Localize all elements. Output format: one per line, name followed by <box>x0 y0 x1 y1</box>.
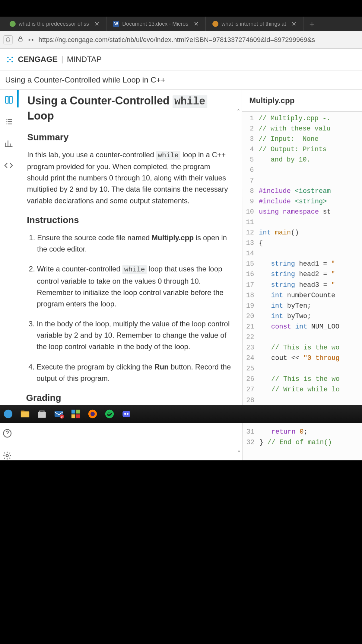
svg-point-1 <box>7 56 9 58</box>
svg-point-26 <box>124 413 126 415</box>
new-tab-button[interactable]: ＋ <box>303 18 320 30</box>
mail-icon[interactable]: 2 <box>54 409 64 419</box>
svg-rect-14 <box>38 412 46 418</box>
settings-icon[interactable] <box>2 451 12 460</box>
svg-text:2: 2 <box>61 415 63 418</box>
chart-icon[interactable] <box>4 139 13 148</box>
divider: | <box>61 55 63 64</box>
lock-icon[interactable] <box>17 36 24 44</box>
svg-rect-13 <box>21 411 25 412</box>
svg-point-11 <box>4 410 12 418</box>
list-item: In the body of the loop, multiply the va… <box>37 318 233 353</box>
help-icon[interactable] <box>2 429 12 438</box>
tab-favicon: W <box>113 21 119 27</box>
address-bar: ⊶ https://ng.cengage.com/static/nb/ui/ev… <box>0 31 362 49</box>
svg-point-27 <box>127 413 129 415</box>
tab-title: Document 13.docx - Micros <box>122 21 188 27</box>
browser-tab-strip: what is the predecessor of ss ✕ W Docume… <box>0 17 362 31</box>
summary-heading: Summary <box>27 132 233 142</box>
list-item: Ensure the source code file named Multip… <box>37 232 233 255</box>
code-inline: while <box>156 151 180 160</box>
firefox-icon[interactable] <box>87 409 98 419</box>
browser-tab[interactable]: what is internet of things at ✕ <box>206 17 303 31</box>
tab-favicon <box>10 21 16 27</box>
instructions-list: Ensure the source code file named Multip… <box>26 232 234 384</box>
svg-rect-18 <box>71 410 75 414</box>
close-icon[interactable]: ✕ <box>291 20 297 27</box>
lesson-title: Using a Counter-Controlled while Loop in… <box>0 70 362 90</box>
cengage-logo-icon <box>6 55 14 64</box>
svg-point-3 <box>7 61 9 62</box>
file-explorer-icon[interactable] <box>20 409 30 419</box>
shield-icon[interactable] <box>4 35 13 44</box>
browser-tab[interactable]: W Document 13.docx - Micros ✕ <box>106 17 206 31</box>
code-editor-panel: Multiply.cpp 123456789101112131415161718… <box>242 90 362 460</box>
svg-point-23 <box>91 412 95 416</box>
grading-heading: Grading <box>26 392 234 403</box>
tab-title: what is the predecessor of ss <box>19 21 89 27</box>
svg-rect-21 <box>76 414 80 418</box>
windows-taskbar: 2 <box>0 405 362 423</box>
code-inline: while <box>173 95 207 108</box>
discord-icon[interactable] <box>121 409 132 419</box>
svg-point-10 <box>6 454 8 457</box>
svg-point-2 <box>11 56 13 58</box>
lesson-heading: Using a Counter-Controlled while Loop <box>27 94 233 123</box>
instructions-heading: Instructions <box>27 215 233 225</box>
instructions-panel: ˄ Using a Counter-Controlled while Loop … <box>17 90 243 460</box>
svg-rect-20 <box>71 414 75 418</box>
editor-tab[interactable]: Multiply.cpp <box>242 90 362 111</box>
svg-rect-0 <box>19 39 22 41</box>
book-icon[interactable] <box>4 95 13 104</box>
tab-title: what is internet of things at <box>221 21 286 27</box>
svg-point-4 <box>11 61 13 62</box>
spotify-icon[interactable] <box>104 409 115 419</box>
checklist-icon[interactable] <box>4 117 13 126</box>
svg-point-5 <box>9 59 11 60</box>
scroll-down-icon[interactable]: ˅ <box>237 450 240 457</box>
list-item: Write a counter-controlled while loop th… <box>37 263 233 309</box>
edge-icon[interactable] <box>3 409 13 419</box>
cengage-header: CENGAGE | MINDTAP <box>0 49 362 70</box>
svg-rect-25 <box>122 411 130 417</box>
url-text[interactable]: https://ng.cengage.com/static/nb/ui/evo/… <box>39 36 359 44</box>
store-icon[interactable] <box>37 409 47 419</box>
list-item: Execute the program by clicking the Run … <box>37 361 234 384</box>
close-icon[interactable]: ✕ <box>94 20 100 27</box>
close-icon[interactable]: ✕ <box>194 20 199 27</box>
site-settings-icon[interactable]: ⊶ <box>28 37 34 43</box>
code-inline: while <box>122 265 147 274</box>
code-icon[interactable] <box>4 161 13 170</box>
left-icon-rail <box>0 90 18 460</box>
summary-text: In this lab, you use a counter-controlle… <box>27 149 233 206</box>
brand-mindtap: MINDTAP <box>67 55 102 64</box>
photos-icon[interactable] <box>71 409 81 419</box>
scroll-up-icon[interactable]: ˄ <box>237 108 240 115</box>
brand-cengage: CENGAGE <box>18 55 58 64</box>
browser-tab[interactable]: what is the predecessor of ss ✕ <box>3 17 106 31</box>
svg-rect-19 <box>76 410 80 414</box>
svg-rect-12 <box>21 412 29 418</box>
tab-favicon <box>212 21 218 27</box>
